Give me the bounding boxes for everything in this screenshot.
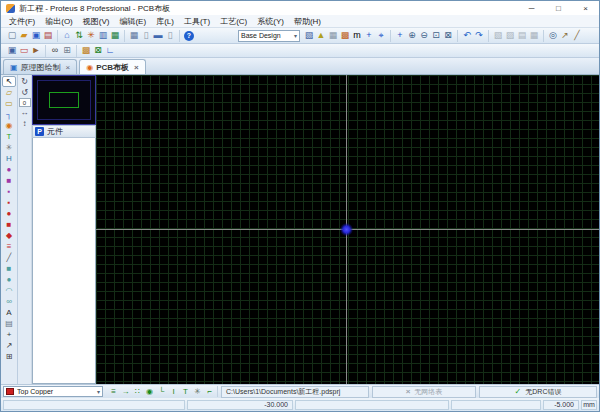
home-icon[interactable]: ⌂	[61, 30, 73, 42]
tab-close-icon[interactable]: ×	[134, 63, 139, 72]
component-mode[interactable]: ▱	[2, 87, 16, 98]
rect-pad-mode[interactable]: ■	[2, 219, 16, 230]
gerber-view-icon[interactable]: ▦	[128, 30, 140, 42]
layer-selector-dropdown[interactable]: Top Copper ▾	[3, 386, 103, 397]
find-component-icon[interactable]: ∞	[49, 45, 61, 57]
false-origin-icon[interactable]: +	[363, 30, 375, 42]
track-mode[interactable]: ┐	[2, 109, 16, 120]
marker-mode[interactable]: +	[2, 329, 16, 340]
square-pad-mode[interactable]: ■	[2, 175, 16, 186]
tab-close-icon[interactable]: ×	[66, 63, 71, 72]
ruler-icon[interactable]: ▭	[18, 45, 30, 57]
menu-item[interactable]: 工艺(C)	[215, 16, 252, 27]
line-mode[interactable]: ╱	[2, 252, 16, 263]
layers-view-icon[interactable]: ▣	[6, 45, 18, 57]
new-project-icon[interactable]: ▢	[6, 30, 18, 42]
search-icon[interactable]: ◎	[547, 30, 559, 42]
design-explorer-icon[interactable]: ▯	[140, 30, 152, 42]
menu-item[interactable]: 库(L)	[151, 16, 179, 27]
box-mode[interactable]: ■	[2, 263, 16, 274]
goto-icon[interactable]: →	[120, 386, 131, 397]
close-button[interactable]: ×	[572, 1, 599, 15]
layer-stack-icon[interactable]: ≡	[108, 386, 119, 397]
center-view-icon[interactable]: +	[394, 30, 406, 42]
package-mode[interactable]: ▭	[2, 98, 16, 109]
selection-tool[interactable]: ↖	[2, 76, 16, 87]
flip-horizontal-button[interactable]: ↔	[21, 108, 29, 118]
net-highlight-icon[interactable]: ⊠	[92, 45, 104, 57]
rotate-cw-button[interactable]: ↻	[21, 77, 28, 87]
overview-minimap[interactable]	[32, 75, 96, 125]
menu-item[interactable]: 帮助(H)	[289, 16, 326, 27]
route-icon[interactable]: └	[156, 386, 167, 397]
component-list[interactable]	[32, 138, 96, 384]
round-pad-mode[interactable]: ●	[2, 164, 16, 175]
polar-coords-icon[interactable]: ⌖	[375, 30, 387, 42]
circle-mode[interactable]: ●	[2, 274, 16, 285]
edge-pad-mode[interactable]: ▪	[2, 197, 16, 208]
mitre-icon[interactable]: ⌐	[204, 386, 215, 397]
export-icon[interactable]: ↗	[559, 30, 571, 42]
origin-mode[interactable]: ⊞	[2, 351, 16, 362]
menu-item[interactable]: 文件(F)	[4, 16, 40, 27]
copy-icon[interactable]: ▨	[504, 30, 516, 42]
menu-item[interactable]: 输出(O)	[40, 16, 78, 27]
block-move-icon[interactable]: ▦	[528, 30, 540, 42]
grid-toggle-icon[interactable]: ▦	[327, 30, 339, 42]
via-mode[interactable]: ◉	[2, 120, 16, 131]
ratsnest-status-icon[interactable]: ✳	[192, 386, 203, 397]
zoom-area-icon[interactable]: ⊡	[430, 30, 442, 42]
rotation-angle-field[interactable]: 0	[19, 98, 31, 107]
arc-mode[interactable]: ◠	[2, 285, 16, 296]
dil-pad-mode[interactable]: ▪	[2, 186, 16, 197]
text-mode[interactable]: A	[2, 307, 16, 318]
redraw-icon[interactable]: ▧	[303, 30, 315, 42]
tab-pcb-layout[interactable]: ◉ PCB布板 ×	[79, 59, 146, 74]
cut-icon[interactable]: ▧	[492, 30, 504, 42]
tab-schematic-capture[interactable]: ▣ 原理图绘制 ×	[3, 59, 77, 74]
redo-icon[interactable]: ↷	[473, 30, 485, 42]
statistics-icon[interactable]: ∟	[104, 45, 116, 57]
3d-viewer-icon[interactable]: ▦	[109, 30, 121, 42]
pcb-layout-icon[interactable]: ✳	[85, 30, 97, 42]
ratsnest-mode[interactable]: ✳	[2, 142, 16, 153]
zoom-in-icon[interactable]: ⊕	[406, 30, 418, 42]
text-status-icon[interactable]: T	[180, 386, 191, 397]
circular-pad-mode[interactable]: ●	[2, 208, 16, 219]
poly-pad-mode[interactable]: ◆	[2, 230, 16, 241]
highlight-net-mode[interactable]: H	[2, 153, 16, 164]
separation-icon[interactable]: I	[168, 386, 179, 397]
notes-icon[interactable]: ▯	[164, 30, 176, 42]
dimension-mode[interactable]: ↗	[2, 340, 16, 351]
flip-vertical-button[interactable]: ↕	[23, 119, 27, 129]
zone-mode[interactable]: T	[2, 131, 16, 142]
design-rule-manager-icon[interactable]: ▩	[80, 45, 92, 57]
padstack-mode[interactable]: ≡	[2, 241, 16, 252]
maximize-button[interactable]: □	[545, 1, 572, 15]
zoom-all-icon[interactable]: ⊠	[442, 30, 454, 42]
pcb-editing-canvas[interactable]	[96, 75, 599, 384]
layer-pairs-icon[interactable]: ▩	[339, 30, 351, 42]
open-project-icon[interactable]: ▰	[18, 30, 30, 42]
simulate-icon[interactable]: ▥	[97, 30, 109, 42]
tools-icon[interactable]: ╱	[571, 30, 583, 42]
teardrop-icon[interactable]: ◉	[144, 386, 155, 397]
import-project-icon[interactable]: ▤	[42, 30, 54, 42]
board-edge-mode[interactable]: ▤	[2, 318, 16, 329]
menu-item[interactable]: 工具(T)	[179, 16, 215, 27]
pick-parts-button[interactable]: P	[35, 127, 44, 136]
undo-icon[interactable]: ↶	[461, 30, 473, 42]
zoom-out-icon[interactable]: ⊖	[418, 30, 430, 42]
save-project-icon[interactable]: ▣	[30, 30, 42, 42]
menu-item[interactable]: 系统(Y)	[252, 16, 289, 27]
property-tags-icon[interactable]: ⊞	[61, 45, 73, 57]
pad-array-icon[interactable]: ∷	[132, 386, 143, 397]
design-selector-dropdown[interactable]: Base Design ▾	[238, 30, 300, 42]
help-icon[interactable]: ?	[183, 30, 195, 42]
layer-warning-icon[interactable]: ▲	[315, 30, 327, 42]
pan-tool-icon[interactable]: ►	[30, 45, 42, 57]
paste-icon[interactable]: ▤	[516, 30, 528, 42]
minimize-button[interactable]: ─	[518, 1, 545, 15]
rotate-ccw-button[interactable]: ↺	[21, 88, 28, 98]
metric-toggle-icon[interactable]: m	[351, 30, 363, 42]
